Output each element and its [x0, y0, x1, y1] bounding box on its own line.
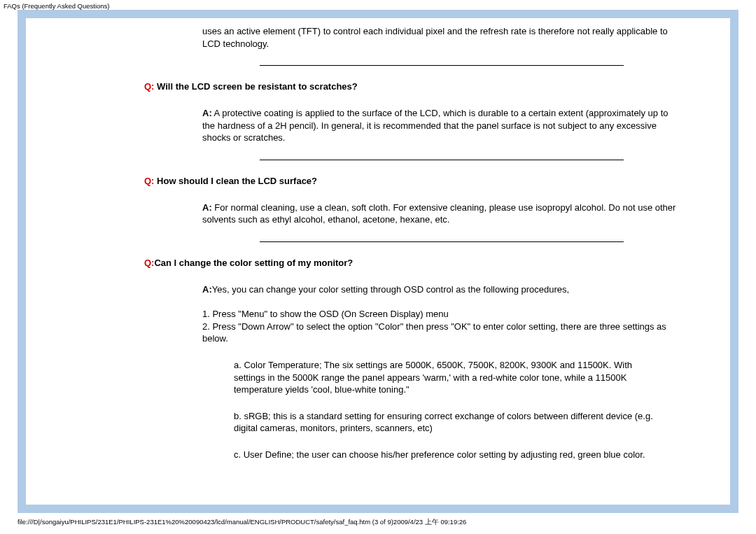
a-label: A:	[202, 108, 212, 118]
faq-answer-2: A: For normal cleaning, use a clean, sof…	[202, 202, 681, 226]
answer-text: For normal cleaning, use a clean, soft c…	[202, 202, 676, 225]
step-2: 2. Press "Down Arrow" to select the opti…	[202, 321, 681, 345]
setting-c: c. User Define; the user can choose his/…	[234, 449, 664, 461]
footer-path: file:///D|/songaiyu/PHILIPS/231E1/PHILIP…	[18, 518, 466, 527]
a-label: A:	[202, 202, 212, 213]
faq-question-3: Q:Can I change the color setting of my m…	[144, 258, 681, 268]
faq-item-2: Q: How should I clean the LCD surface? A…	[202, 176, 681, 226]
answer-text: A protective coating is applied to the s…	[202, 108, 668, 143]
content-area: uses an active element (TFT) to control …	[26, 18, 730, 505]
divider	[260, 241, 624, 242]
q-label: Q:	[144, 81, 154, 92]
faq-question-1: Q: Will the LCD screen be resistant to s…	[144, 81, 681, 92]
faq-item-3: Q:Can I change the color setting of my m…	[202, 258, 681, 461]
document-frame: uses an active element (TFT) to control …	[18, 10, 738, 513]
answer-text: Yes, you can change your color setting t…	[212, 284, 569, 295]
setting-a: a. Color Temperature; The six settings a…	[234, 359, 664, 396]
faq-answer-3: A:Yes, you can change your color setting…	[202, 283, 681, 296]
setting-b: b. sRGB; this is a standard setting for …	[234, 410, 664, 435]
faq-answer-1: A: A protective coating is applied to th…	[202, 107, 681, 144]
step-1: 1. Press "Menu" to show the OSD (On Scre…	[202, 308, 681, 321]
a-label: A:	[202, 284, 212, 295]
question-text: Can I change the color setting of my mon…	[154, 258, 353, 268]
color-settings-list: a. Color Temperature; The six settings a…	[234, 359, 681, 461]
instruction-steps: 1. Press "Menu" to show the OSD (On Scre…	[202, 308, 681, 345]
faq-question-2: Q: How should I clean the LCD surface?	[144, 176, 681, 186]
q-label: Q:	[144, 258, 154, 268]
divider	[260, 65, 624, 66]
divider	[260, 160, 624, 160]
question-text: Will the LCD screen be resistant to scra…	[154, 81, 357, 92]
intro-text: uses an active element (TFT) to control …	[202, 25, 681, 50]
question-text: How should I clean the LCD surface?	[154, 176, 317, 186]
faq-item-1: Q: Will the LCD screen be resistant to s…	[202, 81, 681, 144]
q-label: Q:	[144, 176, 154, 186]
